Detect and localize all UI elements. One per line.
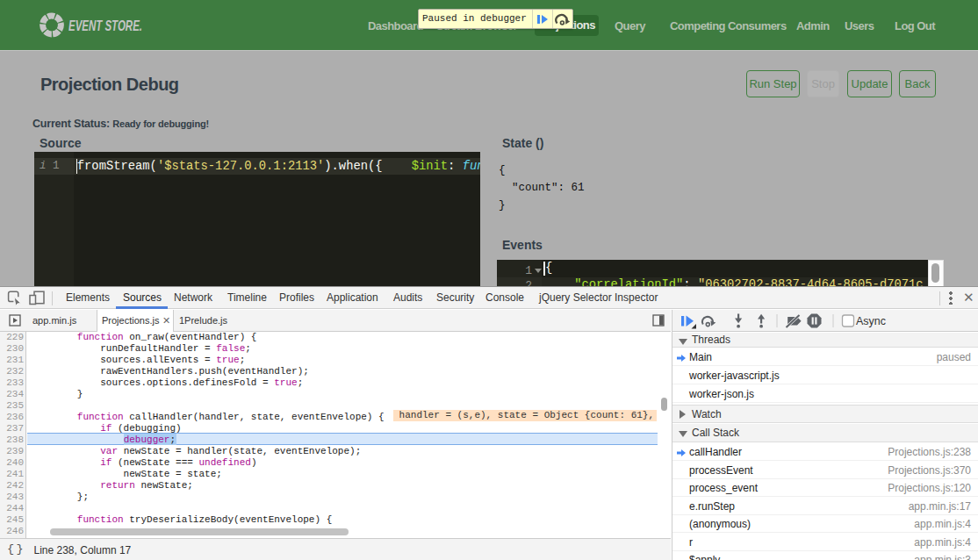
svg-text:EVENT STORE.: EVENT STORE. — [68, 18, 142, 34]
